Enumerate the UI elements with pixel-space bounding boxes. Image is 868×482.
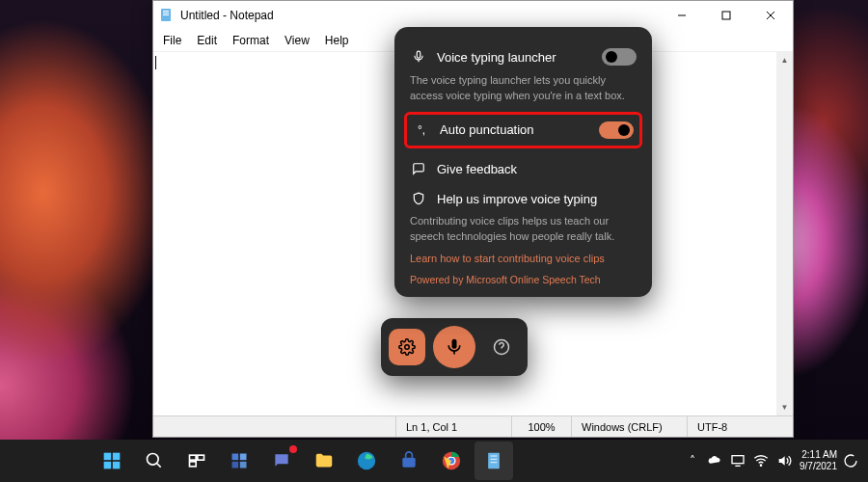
auto-punctuation-toggle[interactable]	[599, 121, 634, 139]
menu-file[interactable]: File	[157, 32, 187, 49]
tray-time: 2:11 AM	[800, 449, 837, 461]
improve-row[interactable]: Help us improve voice typing	[410, 182, 637, 212]
tray-wifi-icon[interactable]	[753, 453, 771, 469]
start-button[interactable]	[93, 442, 131, 480]
svg-rect-3	[163, 14, 169, 15]
svg-rect-1	[163, 11, 169, 12]
improve-desc: Contributing voice clips helps us teach …	[410, 214, 637, 245]
status-zoom: 100%	[511, 416, 571, 437]
notepad-taskbar-button[interactable]	[475, 442, 513, 480]
voice-settings-button[interactable]	[389, 329, 425, 365]
taskbar-center	[93, 442, 513, 480]
edge-icon	[355, 449, 378, 472]
vertical-scrollbar[interactable]: ▲ ▼	[776, 52, 793, 415]
voice-launcher-label: Voice typing launcher	[437, 50, 592, 65]
powered-by-text: Powered by Microsoft Online Speech Tech	[410, 274, 637, 285]
taskbar: ˄ 2:11 AM 9/7/2021	[0, 440, 868, 482]
voice-help-button[interactable]	[483, 329, 520, 365]
svg-rect-25	[240, 462, 247, 469]
give-feedback-label: Give feedback	[437, 162, 637, 176]
tray-onedrive-icon[interactable]	[707, 453, 724, 469]
improve-label: Help us improve voice typing	[437, 192, 637, 206]
tray-chevron-icon[interactable]: ˄	[684, 454, 701, 468]
menu-help[interactable]: Help	[319, 32, 355, 49]
improve-link[interactable]: Learn how to start contributing voice cl…	[410, 253, 637, 264]
svg-rect-23	[240, 454, 247, 461]
voice-launcher-row[interactable]: Voice typing launcher	[410, 42, 637, 71]
chat-icon	[270, 449, 293, 472]
auto-punctuation-highlight: °, Auto punctuation	[404, 112, 642, 148]
chrome-button[interactable]	[432, 442, 471, 480]
svg-rect-5	[722, 12, 730, 19]
microphone-button[interactable]	[433, 326, 475, 368]
svg-rect-22	[232, 454, 239, 461]
scroll-up-arrow[interactable]: ▲	[776, 52, 793, 68]
svg-rect-13	[104, 453, 112, 461]
scroll-down-arrow[interactable]: ▼	[776, 399, 793, 415]
status-bar: Ln 1, Col 1 100% Windows (CRLF) UTF-8	[153, 415, 793, 437]
svg-line-18	[157, 464, 161, 468]
svg-rect-24	[232, 462, 239, 469]
store-icon	[397, 449, 420, 472]
edge-button[interactable]	[347, 442, 386, 480]
svg-rect-15	[104, 462, 112, 469]
tray-notifications-icon[interactable]	[843, 453, 860, 469]
voice-typing-settings-popup: Voice typing launcher The voice typing l…	[394, 27, 652, 297]
folder-icon	[312, 449, 336, 472]
menu-view[interactable]: View	[279, 32, 315, 49]
status-line-col: Ln 1, Col 1	[395, 416, 511, 437]
svg-rect-19	[190, 455, 197, 460]
svg-rect-14	[113, 453, 121, 461]
svg-rect-20	[198, 455, 204, 460]
feedback-icon	[410, 162, 427, 175]
tray-clock[interactable]: 2:11 AM 9/7/2021	[800, 449, 837, 472]
chat-button[interactable]	[262, 442, 301, 480]
voice-launcher-desc: The voice typing launcher lets you quick…	[410, 73, 637, 104]
menu-edit[interactable]: Edit	[191, 32, 223, 49]
svg-rect-35	[732, 456, 744, 464]
punctuation-icon: °,	[413, 123, 430, 137]
task-view-button[interactable]	[177, 442, 216, 480]
file-explorer-button[interactable]	[305, 442, 343, 480]
svg-rect-2	[163, 13, 169, 13]
minimize-button[interactable]	[660, 1, 704, 30]
svg-point-9	[405, 345, 410, 350]
task-view-icon	[185, 449, 208, 472]
windows-icon	[100, 449, 123, 472]
notepad-taskbar-icon	[482, 449, 505, 472]
widgets-button[interactable]	[220, 442, 258, 480]
store-button[interactable]	[390, 442, 428, 480]
close-button[interactable]	[748, 1, 793, 30]
search-button[interactable]	[135, 442, 174, 480]
voice-typing-bar	[381, 318, 528, 376]
microphone-icon	[410, 50, 427, 64]
status-encoding: UTF-8	[687, 416, 793, 437]
svg-point-37	[760, 465, 761, 466]
voice-launcher-toggle[interactable]	[602, 48, 637, 66]
status-line-ending: Windows (CRLF)	[571, 416, 687, 437]
svg-point-17	[148, 454, 159, 466]
window-title: Untitled - Notepad	[180, 9, 660, 22]
svg-rect-10	[452, 339, 457, 349]
svg-rect-21	[190, 462, 197, 467]
notepad-icon	[159, 8, 175, 23]
tray-date: 9/7/2021	[800, 461, 837, 472]
widgets-icon	[228, 449, 251, 472]
menu-format[interactable]: Format	[227, 32, 275, 49]
give-feedback-row[interactable]: Give feedback	[410, 156, 637, 182]
auto-punctuation-row[interactable]: °, Auto punctuation	[413, 118, 634, 143]
svg-rect-8	[417, 51, 420, 58]
title-bar[interactable]: Untitled - Notepad	[153, 1, 793, 30]
svg-rect-31	[489, 453, 501, 469]
system-tray: ˄ 2:11 AM 9/7/2021	[684, 449, 860, 472]
shield-icon	[410, 192, 427, 205]
tray-monitor-icon[interactable]	[730, 453, 747, 469]
tray-volume-icon[interactable]	[776, 453, 794, 469]
auto-punctuation-label: Auto punctuation	[440, 122, 589, 137]
svg-rect-16	[113, 462, 121, 469]
chrome-icon	[440, 449, 463, 472]
status-spacer	[153, 416, 395, 437]
svg-rect-27	[403, 458, 416, 468]
maximize-button[interactable]	[704, 1, 748, 30]
search-icon	[143, 449, 166, 472]
